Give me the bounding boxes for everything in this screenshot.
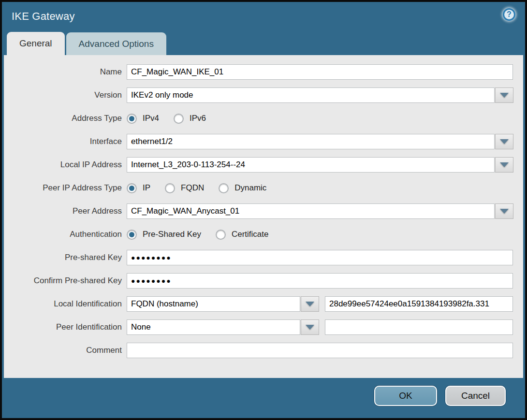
peer-address-label: Peer Address xyxy=(4,206,122,216)
version-select[interactable] xyxy=(127,87,495,103)
peer-ip-type-option-fqdn[interactable]: FQDN xyxy=(165,183,204,193)
radio-ipv4-label: IPv4 xyxy=(143,114,159,123)
interface-label: Interface xyxy=(4,137,122,146)
peer-identification-dropdown-button[interactable] xyxy=(301,319,319,335)
confirm-pre-shared-key-row: Confirm Pre-shared Key xyxy=(4,273,523,289)
peer-identification-value-input[interactable] xyxy=(325,319,513,335)
authentication-option-certificate[interactable]: Certificate xyxy=(216,230,269,240)
local-identification-value-input[interactable] xyxy=(325,296,513,312)
address-type-label: Address Type xyxy=(4,114,122,123)
name-row: Name xyxy=(4,64,523,80)
chevron-down-icon xyxy=(306,325,314,330)
radio-ipv4-selected[interactable] xyxy=(127,114,137,124)
tab-advanced-options[interactable]: Advanced Options xyxy=(66,32,166,55)
peer-identification-row: Peer Identification xyxy=(4,319,523,335)
address-type-option-ipv4[interactable]: IPv4 xyxy=(127,114,159,124)
peer-ip-type-option-ip[interactable]: IP xyxy=(127,183,150,193)
peer-address-dropdown-button[interactable] xyxy=(495,203,513,219)
pre-shared-key-label: Pre-shared Key xyxy=(4,253,122,262)
peer-identification-type-select[interactable] xyxy=(127,319,300,335)
radio-ip-selected[interactable] xyxy=(127,183,137,193)
radio-ipv6[interactable] xyxy=(174,114,184,124)
peer-identification-label: Peer Identification xyxy=(4,322,122,332)
local-ip-address-label: Local IP Address xyxy=(4,160,122,170)
comment-input[interactable] xyxy=(127,343,513,358)
comment-row: Comment xyxy=(4,343,523,358)
local-identification-row: Local Identification xyxy=(4,296,523,312)
peer-address-select[interactable] xyxy=(127,203,495,219)
help-icon[interactable]: ? xyxy=(503,8,515,21)
radio-fqdn[interactable] xyxy=(165,183,175,193)
chevron-down-icon xyxy=(500,162,509,167)
radio-ip-label: IP xyxy=(143,183,150,193)
confirm-pre-shared-key-input[interactable] xyxy=(127,273,513,289)
local-identification-label: Local Identification xyxy=(4,299,122,309)
chevron-down-icon xyxy=(306,302,314,306)
chevron-down-icon xyxy=(500,209,509,214)
radio-dynamic[interactable] xyxy=(219,183,229,193)
interface-row: Interface xyxy=(4,134,523,149)
peer-ip-type-option-dynamic[interactable]: Dynamic xyxy=(219,183,266,193)
dialog-titlebar: IKE Gateway ? xyxy=(2,2,525,31)
ike-gateway-dialog: IKE Gateway ? General Advanced Options N… xyxy=(0,0,527,420)
radio-dynamic-label: Dynamic xyxy=(234,183,266,193)
name-label: Name xyxy=(4,67,122,77)
version-label: Version xyxy=(4,90,122,100)
peer-address-row: Peer Address xyxy=(4,203,523,219)
chevron-down-icon xyxy=(500,93,509,98)
interface-select[interactable] xyxy=(127,134,495,149)
local-identification-type-select[interactable] xyxy=(127,296,300,312)
comment-label: Comment xyxy=(4,346,122,355)
radio-certificate-label: Certificate xyxy=(232,230,269,239)
authentication-option-psk[interactable]: Pre-Shared Key xyxy=(127,230,201,240)
pre-shared-key-row: Pre-shared Key xyxy=(4,250,523,265)
dialog-footer: OK Cancel xyxy=(2,378,525,418)
dialog-title: IKE Gateway xyxy=(12,10,75,23)
radio-ipv6-label: IPv6 xyxy=(190,114,206,123)
version-dropdown-button[interactable] xyxy=(495,87,513,103)
tab-general[interactable]: General xyxy=(7,32,65,55)
local-ip-address-dropdown-button[interactable] xyxy=(495,157,513,173)
local-identification-dropdown-button[interactable] xyxy=(301,296,319,312)
peer-ip-address-type-label: Peer IP Address Type xyxy=(4,183,122,193)
radio-fqdn-label: FQDN xyxy=(181,183,204,193)
address-type-option-ipv6[interactable]: IPv6 xyxy=(174,114,206,124)
version-row: Version xyxy=(4,87,523,103)
cancel-button[interactable]: Cancel xyxy=(445,386,506,406)
local-ip-address-row: Local IP Address xyxy=(4,157,523,173)
ok-button[interactable]: OK xyxy=(374,386,437,406)
radio-certificate[interactable] xyxy=(216,230,226,240)
interface-dropdown-button[interactable] xyxy=(495,134,513,149)
authentication-label: Authentication xyxy=(4,230,122,239)
radio-pre-shared-key-label: Pre-Shared Key xyxy=(143,230,201,239)
chevron-down-icon xyxy=(500,139,509,144)
address-type-row: Address Type IPv4 IPv6 xyxy=(4,111,523,126)
pre-shared-key-input[interactable] xyxy=(127,250,513,265)
local-ip-address-select[interactable] xyxy=(127,157,495,173)
authentication-row: Authentication Pre-Shared Key Certificat… xyxy=(4,227,523,242)
peer-ip-address-type-row: Peer IP Address Type IP FQDN Dynamic xyxy=(4,180,523,196)
confirm-pre-shared-key-label: Confirm Pre-shared Key xyxy=(4,276,122,286)
name-input[interactable] xyxy=(127,64,513,80)
tab-bar: General Advanced Options xyxy=(2,31,525,55)
general-tab-panel: Name Version Address Type IPv4 IPv6 xyxy=(4,55,523,378)
radio-pre-shared-key-selected[interactable] xyxy=(127,230,137,240)
